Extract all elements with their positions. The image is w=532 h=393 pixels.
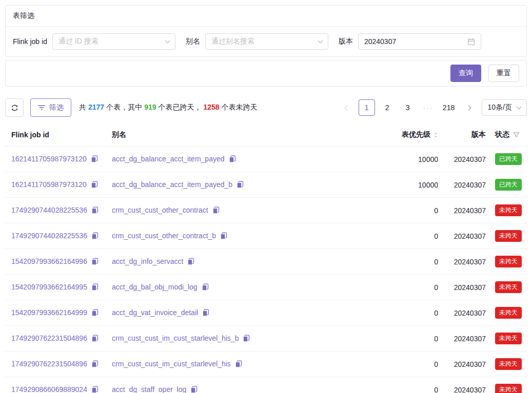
reset-button[interactable]: 重置 xyxy=(488,65,519,82)
pagination-page-218[interactable]: 218 xyxy=(441,99,457,116)
alias-value[interactable]: acct_dg_balance_acct_item_payed_b xyxy=(112,180,232,189)
alias-value[interactable]: acct_dg_staff_oper_log xyxy=(112,385,186,393)
alias-value[interactable]: crm_cust_cust_im_cust_starlevel_his xyxy=(112,360,231,368)
flink-job-id-value[interactable]: 1621411705987973120 xyxy=(11,155,87,163)
copy-icon[interactable] xyxy=(235,360,242,369)
priority-value: 0 xyxy=(383,275,439,300)
table-row[interactable]: 1749290762231504896 crm_cust_cust_im_cus… xyxy=(5,326,527,351)
alias-value[interactable]: acct_dg_info_servacct xyxy=(112,257,183,265)
copy-icon[interactable] xyxy=(91,206,98,215)
priority-value: 0 xyxy=(383,326,439,351)
table-row[interactable]: 1542097993662164996 acct_dg_info_servacc… xyxy=(5,249,527,275)
crossed-count: 919 xyxy=(144,103,156,111)
copy-icon[interactable] xyxy=(237,181,244,190)
table-row[interactable]: 1749290744028225536 crm_cust_cust_other_… xyxy=(5,223,527,249)
chevron-down-icon xyxy=(165,38,170,43)
flink-job-id-value[interactable]: 1749290762231504896 xyxy=(11,360,87,368)
flink-job-id-value[interactable]: 1542097993662164996 xyxy=(11,257,87,265)
flink-job-id-value[interactable]: 1621411705987973120 xyxy=(11,180,87,189)
pagination-prev-button[interactable] xyxy=(338,99,354,116)
flink-job-id-value[interactable]: 1749290744028225536 xyxy=(11,206,87,214)
alias-value[interactable]: acct_dg_balance_acct_item_payed xyxy=(112,155,225,163)
table-row[interactable]: 1542097993662164999 acct_dg_vat_invoice_… xyxy=(5,300,527,326)
query-button[interactable]: 查询 xyxy=(450,65,481,82)
pagination-pages: 123···218 xyxy=(359,99,457,116)
version-date-value: 20240307 xyxy=(364,37,396,46)
copy-icon[interactable] xyxy=(91,335,98,343)
alias-group: 别名 通过别名搜索 xyxy=(186,33,328,50)
flink-job-id-value[interactable]: 1542097993662164995 xyxy=(11,283,87,291)
copy-icon[interactable] xyxy=(91,283,98,292)
flink-job-id-value[interactable]: 1749290762231504896 xyxy=(11,334,87,342)
header-priority[interactable]: 表优先级 xyxy=(383,123,439,147)
priority-value: 0 xyxy=(383,377,439,393)
sort-icon[interactable] xyxy=(434,132,438,138)
flink-job-id-group: Flink job id 通过 ID 搜索 xyxy=(13,33,175,50)
table-row[interactable]: 1542097993662164995 acct_dg_bal_obj_modi… xyxy=(5,275,527,300)
funnel-filter-icon[interactable] xyxy=(513,132,520,138)
alias-select[interactable]: 通过别名搜索 xyxy=(205,33,328,50)
version-value: 20240307 xyxy=(439,326,488,351)
flink-job-id-placeholder: 通过 ID 搜索 xyxy=(58,37,98,46)
status-badge: 未跨天 xyxy=(495,204,522,216)
flink-job-id-value[interactable]: 1542097993662164999 xyxy=(11,308,87,317)
actions-card: 查询 重置 xyxy=(5,60,527,87)
chevron-down-icon xyxy=(318,38,323,43)
calendar-icon xyxy=(467,38,475,46)
alias-value[interactable]: acct_dg_bal_obj_modi_log xyxy=(112,283,198,291)
copy-icon[interactable] xyxy=(243,335,250,343)
flink-job-id-value[interactable]: 1749290866069889024 xyxy=(11,385,87,393)
copy-icon[interactable] xyxy=(91,258,98,266)
table-row[interactable]: 1621411705987973120 acct_dg_balance_acct… xyxy=(5,147,527,172)
status-badge: 未跨天 xyxy=(495,256,522,267)
version-date-input[interactable]: 20240307 xyxy=(358,33,481,50)
pagination-page-1[interactable]: 1 xyxy=(359,99,375,116)
table-row[interactable]: 1621411705987973120 acct_dg_balance_acct… xyxy=(5,172,527,198)
copy-icon[interactable] xyxy=(212,206,220,215)
header-flink-job-id[interactable]: Flink job id xyxy=(5,123,106,147)
status-badge: 未跨天 xyxy=(495,307,522,319)
version-value: 20240307 xyxy=(439,198,488,223)
copy-icon[interactable] xyxy=(91,386,98,393)
alias-placeholder: 通过别名搜索 xyxy=(211,37,254,46)
pagination-next-button[interactable] xyxy=(461,99,478,116)
copy-icon[interactable] xyxy=(202,309,209,318)
header-alias[interactable]: 别名 xyxy=(106,123,383,147)
pagination: 123···218 10条/页 xyxy=(338,99,527,116)
filter-button[interactable]: 筛选 xyxy=(30,98,71,117)
alias-value[interactable]: crm_cust_cust_other_contract xyxy=(112,206,208,214)
page-size-select[interactable]: 10条/页 xyxy=(482,99,527,116)
copy-icon[interactable] xyxy=(220,232,227,241)
alias-value[interactable]: crm_cust_cust_other_contract_b xyxy=(112,232,216,240)
table-row[interactable]: 1749290762231504896 crm_cust_cust_im_cus… xyxy=(5,351,527,377)
copy-icon[interactable] xyxy=(187,258,194,266)
version-value: 20240307 xyxy=(439,249,488,275)
filter-lines-icon xyxy=(38,105,45,111)
pagination-page-2[interactable]: 2 xyxy=(379,99,396,116)
version-value: 20240307 xyxy=(439,172,488,198)
summary-part: 个表，其中 xyxy=(106,103,142,111)
copy-icon[interactable] xyxy=(91,181,98,190)
table-row[interactable]: 1749290866069889024 acct_dg_staff_oper_l… xyxy=(5,377,527,393)
copy-icon[interactable] xyxy=(91,360,98,369)
alias-value[interactable]: crm_cust_cust_im_cust_starlevel_his_b xyxy=(112,334,239,342)
table-row[interactable]: 1749290744028225536 crm_cust_cust_other_… xyxy=(5,198,527,223)
refresh-button[interactable] xyxy=(5,98,24,117)
flink-job-id-value[interactable]: 1749290744028225536 xyxy=(11,232,87,240)
copy-icon[interactable] xyxy=(190,386,198,393)
page: 表筛选 Flink job id 通过 ID 搜索 别名 通过别名搜索 版本 xyxy=(0,0,532,393)
copy-icon[interactable] xyxy=(229,155,236,164)
copy-icon[interactable] xyxy=(91,232,98,241)
uncrossed-count: 1258 xyxy=(204,103,220,111)
header-status[interactable]: 状态 xyxy=(488,123,527,147)
alias-label: 别名 xyxy=(186,37,200,46)
copy-icon[interactable] xyxy=(202,283,209,292)
copy-icon[interactable] xyxy=(91,155,98,164)
table-header-row: Flink job id 别名 表优先级 版本 状态 xyxy=(5,123,527,147)
flink-job-id-label: Flink job id xyxy=(13,37,47,46)
copy-icon[interactable] xyxy=(91,309,98,318)
flink-job-id-select[interactable]: 通过 ID 搜索 xyxy=(52,33,175,50)
alias-value[interactable]: acct_dg_vat_invoice_detail xyxy=(112,308,198,317)
header-version[interactable]: 版本 xyxy=(439,123,488,147)
pagination-page-3[interactable]: 3 xyxy=(400,99,416,116)
